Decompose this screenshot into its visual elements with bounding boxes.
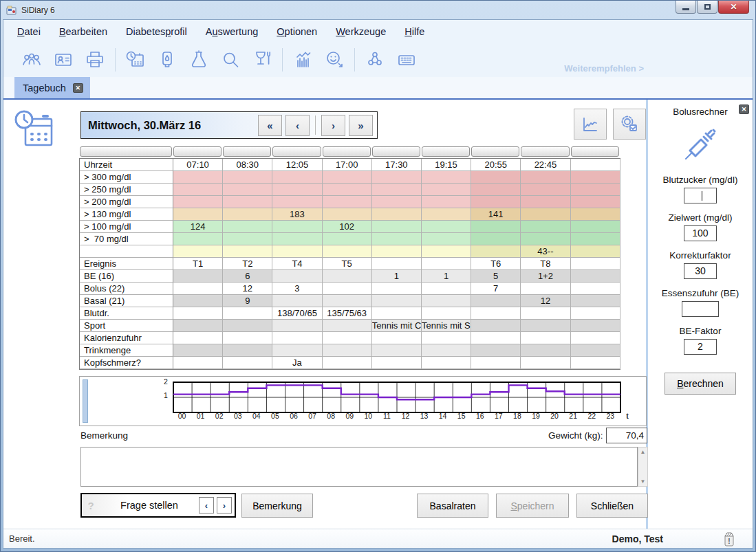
table-cell[interactable] [223,171,272,184]
table-cell[interactable] [372,184,422,196]
table-cell[interactable]: T2 [223,258,272,270]
table-cell[interactable] [173,332,223,344]
be-faktor-input[interactable]: 2 [684,339,717,355]
table-cell[interactable]: 9 [223,295,272,307]
table-cell[interactable] [471,332,521,344]
maximize-button[interactable] [697,1,717,14]
table-cell[interactable] [571,344,620,357]
scroll-up-icon[interactable]: ▲ [640,449,646,455]
table-cell[interactable] [272,320,322,332]
diary-icon[interactable] [120,47,151,72]
table-cell[interactable] [422,184,471,196]
table-cell[interactable]: Tennis mit C [372,320,422,332]
table-cell[interactable] [521,332,570,344]
table-cell[interactable] [272,196,322,208]
table-cell[interactable] [272,171,322,184]
table-cell[interactable] [323,295,372,307]
glucose-meter-icon[interactable] [151,47,183,72]
table-cell[interactable]: 183 [272,208,322,221]
table-cell[interactable] [372,283,422,295]
table-cell[interactable] [471,233,521,245]
column-header-button[interactable] [323,146,371,157]
table-cell[interactable] [571,332,620,344]
table-cell[interactable] [471,320,521,332]
table-cell[interactable] [323,184,372,196]
table-cell[interactable] [372,171,422,184]
table-cell[interactable]: 138/70/65 [272,307,322,320]
table-cell[interactable] [173,307,223,320]
table-cell[interactable]: Ja [272,357,322,369]
table-cell[interactable] [422,357,471,369]
table-cell[interactable] [323,171,372,184]
essenszufuhr-be-input[interactable] [682,301,719,317]
table-cell[interactable] [223,320,272,332]
table-cell[interactable] [223,221,272,233]
next-week-button[interactable]: » [349,115,373,136]
table-cell[interactable] [422,332,471,344]
table-cell[interactable] [323,196,372,208]
table-cell[interactable] [372,295,422,307]
column-header-button[interactable] [372,146,420,157]
table-cell[interactable]: T5 [323,258,372,270]
table-cell[interactable] [173,283,223,295]
table-cell[interactable] [323,233,372,245]
table-cell[interactable] [521,171,570,184]
menu-item-hilfe[interactable]: Hilfe [404,26,424,37]
table-cell[interactable]: 141 [471,208,521,221]
table-cell[interactable] [471,196,521,208]
table-cell[interactable] [422,245,471,258]
zielwert-mg-dl-input[interactable]: 100 [684,225,717,241]
profile-card-icon[interactable] [47,47,79,72]
column-header-button[interactable] [571,146,619,157]
table-cell[interactable] [422,258,471,270]
keyboard-icon[interactable] [391,47,422,72]
table-cell[interactable] [323,283,372,295]
remark-button[interactable]: Bemerkung [241,494,313,518]
table-cell[interactable] [323,208,372,221]
table-cell[interactable]: 3 [272,283,322,295]
close-diary-button[interactable]: Schließen [576,494,648,518]
table-cell[interactable] [323,344,372,357]
table-cell[interactable] [422,295,471,307]
table-cell[interactable] [521,233,570,245]
table-cell[interactable]: 102 [323,221,372,233]
chart-scroll-strip[interactable] [83,379,88,423]
table-cell[interactable] [521,344,570,357]
table-cell[interactable]: T4 [272,258,322,270]
table-cell[interactable] [521,184,570,196]
table-cell[interactable] [372,196,422,208]
table-cell[interactable] [372,245,422,258]
table-cell[interactable] [571,295,620,307]
table-cell[interactable] [571,283,620,295]
table-cell[interactable] [521,208,570,221]
nutrition-icon[interactable] [246,47,278,72]
table-cell[interactable]: 124 [173,221,223,233]
table-cell[interactable] [173,245,223,258]
column-header-button[interactable] [223,146,271,157]
table-cell[interactable] [173,344,223,357]
share-icon[interactable] [359,47,391,72]
column-header-button[interactable] [173,146,222,157]
table-cell[interactable] [272,184,322,196]
table-cell[interactable]: 135/75/63 [323,307,372,320]
table-cell[interactable] [272,233,322,245]
table-cell[interactable] [422,196,471,208]
table-cell[interactable] [372,307,422,320]
table-cell[interactable]: 1 [422,270,471,283]
table-cell[interactable] [571,196,620,208]
menu-item-bearbeiten[interactable]: Bearbeiten [59,26,107,37]
table-cell[interactable] [521,283,570,295]
statistics-chart-button[interactable] [574,109,607,140]
table-cell[interactable] [471,357,521,369]
table-cell[interactable] [521,221,570,233]
table-cell[interactable] [173,184,223,196]
statistics-icon[interactable] [287,47,318,72]
table-cell[interactable] [422,221,471,233]
table-cell[interactable] [223,233,272,245]
table-cell[interactable] [323,332,372,344]
table-cell[interactable] [571,221,620,233]
menu-item-datei[interactable]: Datei [17,26,41,37]
ask-next-button[interactable]: › [217,497,232,514]
search-icon[interactable] [215,47,246,72]
table-cell[interactable] [571,245,620,258]
